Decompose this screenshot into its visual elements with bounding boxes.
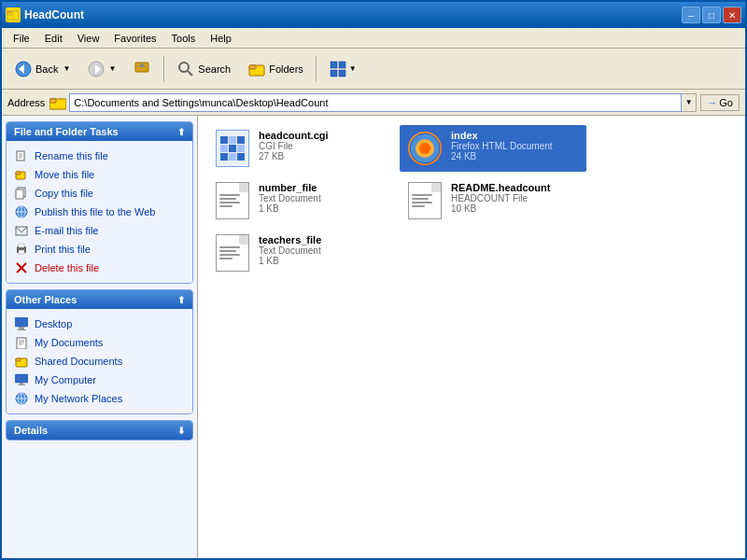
svg-rect-46 [15, 374, 28, 383]
minimize-button[interactable]: – [682, 7, 700, 23]
file-info-cgi: headcount.cgi CGI File 27 KB [259, 130, 388, 161]
address-dropdown-button[interactable]: ▼ [682, 93, 697, 112]
maximize-button[interactable]: □ [702, 7, 721, 23]
file-item-readme[interactable]: README.headcount HEADCOUNT File 10 KB [400, 177, 586, 224]
publish-file-item[interactable]: Publish this file to the Web [14, 203, 185, 221]
menu-tools[interactable]: Tools [164, 31, 204, 46]
svg-point-9 [179, 63, 189, 72]
desktop-item[interactable]: Desktop [14, 315, 185, 333]
file-item-headcount-cgi[interactable]: headcount.cgi CGI File 27 KB [207, 125, 394, 172]
svg-point-55 [419, 143, 430, 154]
file-name-teachers: teachers_file [259, 234, 388, 245]
search-button[interactable]: Search [170, 56, 237, 82]
my-documents-item[interactable]: My Documents [14, 333, 185, 352]
up-icon [133, 60, 151, 78]
file-tasks-body: Rename this file Move this file [7, 141, 192, 283]
folders-icon [247, 60, 266, 78]
svg-rect-24 [16, 172, 21, 175]
shared-documents-item[interactable]: Shared Documents [14, 352, 185, 371]
address-input[interactable] [74, 97, 677, 108]
rename-icon [14, 148, 29, 163]
file-thumb-number [214, 182, 251, 219]
publish-icon [14, 204, 29, 219]
svg-rect-38 [19, 327, 24, 329]
toolbar: Back ▼ ▼ [2, 49, 745, 90]
email-icon [14, 223, 29, 238]
menu-edit[interactable]: Edit [37, 31, 70, 46]
doc-icon-readme [408, 182, 442, 219]
file-grid: headcount.cgi CGI File 27 KB [207, 125, 736, 276]
move-file-item[interactable]: Move this file [14, 165, 185, 184]
views-button[interactable]: ▼ [322, 56, 363, 82]
menu-view[interactable]: View [70, 31, 107, 46]
search-icon [176, 60, 195, 78]
details-header[interactable]: Details ⬇ [7, 421, 192, 440]
svg-rect-15 [331, 70, 337, 77]
svg-rect-18 [49, 99, 56, 103]
other-places-title: Other Places [14, 294, 77, 305]
file-item-number-file[interactable]: number_file Text Document 1 KB [207, 177, 394, 224]
main-window: HeadCount – □ ✕ File Edit View Favorites… [0, 0, 747, 560]
folders-label: Folders [269, 63, 303, 75]
file-item-index[interactable]: index Firefox HTML Document 24 KB [400, 125, 586, 172]
svg-rect-14 [339, 62, 345, 68]
back-dropdown-icon[interactable]: ▼ [63, 64, 70, 73]
my-computer-item[interactable]: My Computer [14, 371, 185, 389]
file-item-teachers[interactable]: teachers_file Text Document 1 KB [207, 230, 394, 276]
address-folder-icon [49, 93, 67, 112]
left-panel: File and Folder Tasks ⬆ R [2, 116, 198, 558]
close-button[interactable]: ✕ [723, 7, 741, 23]
views-dropdown-icon[interactable]: ▼ [349, 64, 357, 73]
title-bar-left: HeadCount [6, 7, 84, 22]
forward-button[interactable]: ▼ [80, 56, 122, 82]
file-size-index: 24 KB [451, 151, 580, 161]
address-label: Address [7, 97, 45, 108]
firefox-icon [408, 132, 442, 165]
print-icon [14, 242, 29, 257]
svg-rect-26 [16, 189, 23, 199]
copy-icon [14, 186, 29, 201]
menu-file[interactable]: File [6, 31, 37, 46]
up-button[interactable] [126, 56, 158, 82]
svg-rect-37 [15, 317, 28, 327]
folders-button[interactable]: Folders [241, 56, 310, 82]
file-info-readme: README.headcount HEADCOUNT File 10 KB [451, 182, 580, 214]
details-title: Details [14, 425, 48, 436]
file-type-index: Firefox HTML Document [451, 141, 580, 151]
views-icon [329, 60, 347, 78]
file-thumb-readme [406, 182, 444, 219]
copy-file-label: Copy this file [35, 188, 93, 199]
file-info-index: index Firefox HTML Document 24 KB [451, 130, 580, 161]
cgi-icon [216, 130, 249, 167]
my-documents-icon [14, 335, 29, 350]
address-field[interactable] [69, 93, 682, 112]
email-file-label: E-mail this file [35, 225, 98, 236]
go-button[interactable]: → Go [700, 94, 740, 111]
rename-file-item[interactable]: Rename this file [14, 147, 185, 165]
menu-help[interactable]: Help [203, 31, 239, 46]
file-tasks-header[interactable]: File and Folder Tasks ⬆ [7, 122, 192, 141]
rename-file-label: Rename this file [35, 150, 108, 161]
file-info-teachers: teachers_file Text Document 1 KB [259, 234, 388, 266]
details-collapse-icon: ⬇ [177, 426, 185, 436]
svg-rect-47 [20, 383, 23, 385]
svg-rect-34 [19, 250, 24, 254]
delete-icon [14, 260, 29, 275]
doc-icon-teachers [216, 234, 249, 272]
my-network-places-item[interactable]: My Network Places [14, 389, 185, 408]
window-title: HeadCount [24, 8, 84, 21]
copy-file-item[interactable]: Copy this file [14, 184, 185, 203]
file-tasks-title: File and Folder Tasks [14, 126, 119, 137]
forward-dropdown-icon[interactable]: ▼ [108, 64, 116, 73]
title-bar-buttons: – □ ✕ [682, 7, 741, 23]
menu-favorites[interactable]: Favorites [106, 31, 163, 46]
back-button[interactable]: Back ▼ [7, 56, 77, 82]
file-type-readme: HEADCOUNT File [451, 193, 580, 203]
delete-file-item[interactable]: Delete this file [14, 259, 185, 277]
other-places-section: Other Places ⬆ Desktop [6, 289, 193, 414]
other-places-header[interactable]: Other Places ⬆ [7, 290, 192, 309]
print-file-item[interactable]: Print this file [14, 240, 185, 259]
email-file-item[interactable]: E-mail this file [14, 221, 185, 240]
toolbar-separator-2 [316, 56, 317, 82]
move-icon [14, 167, 29, 182]
